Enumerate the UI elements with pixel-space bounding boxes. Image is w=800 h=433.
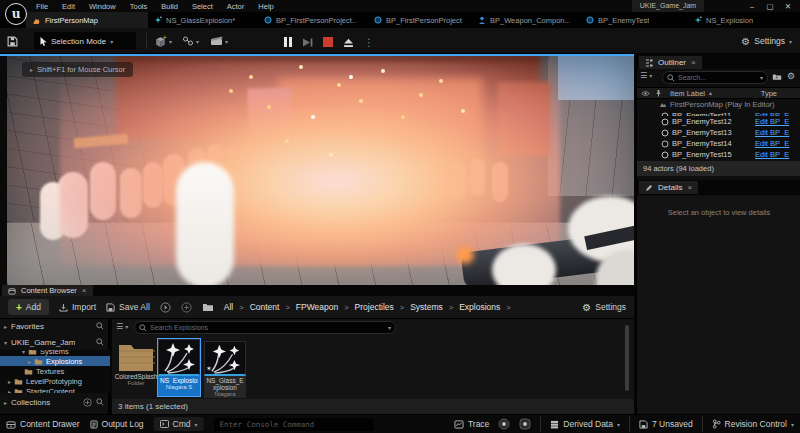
tab-bp-enemytest[interactable]: BP_EnemyTest xyxy=(580,12,684,28)
unreal-logo-icon[interactable]: u xyxy=(5,3,27,25)
menu-help[interactable]: Help xyxy=(258,2,273,11)
outliner-row[interactable]: BP_EnemyTest13 Edit BP_E xyxy=(637,127,800,138)
cinematics-button[interactable]: ▾ xyxy=(210,32,228,50)
new-folder-icon[interactable]: + xyxy=(772,72,782,81)
breadcrumb-projectiles[interactable]: Projectiles xyxy=(355,302,394,312)
edit-blueprint-link[interactable]: Edit BP_E xyxy=(755,139,800,148)
revision-control-button[interactable]: Revision Control ▾ xyxy=(712,419,794,429)
tab-ns-glassexplosion[interactable]: NS_GlassExplosion* xyxy=(148,12,254,28)
save-button[interactable] xyxy=(7,32,18,50)
stop-button[interactable] xyxy=(323,37,333,47)
search-icon[interactable] xyxy=(96,322,104,330)
content-drawer-button[interactable]: Content Drawer xyxy=(6,419,80,429)
close-icon[interactable]: × xyxy=(687,183,692,192)
tree-item-levelprototyping[interactable]: ▸ LevelPrototyping xyxy=(0,376,110,386)
add-button[interactable]: + Add xyxy=(8,299,49,315)
console-command-input[interactable] xyxy=(214,418,374,431)
menu-tools[interactable]: Tools xyxy=(130,2,148,11)
viewport[interactable]: ▸ Shift+F1 for Mouse Cursor xyxy=(0,54,634,285)
tree-item-textures[interactable]: Textures xyxy=(0,366,110,376)
outliner-row[interactable]: BP_EnemyTest14 Edit BP_E xyxy=(637,138,800,149)
outliner-row[interactable]: BP_EnemyTest12 Edit BP_E xyxy=(637,116,800,127)
editor-mode-select[interactable]: Selection Mode ▾ xyxy=(34,32,136,50)
edit-blueprint-link[interactable]: Edit BP_E xyxy=(755,111,800,116)
derived-data-button[interactable]: Derived Data ▾ xyxy=(550,419,620,429)
outliner-filter-button[interactable]: ☰ ▾ xyxy=(640,71,652,80)
tree-item-explosions[interactable]: ▸ Explosions xyxy=(0,356,110,366)
breadcrumb-content[interactable]: Content xyxy=(250,302,280,312)
eject-button[interactable] xyxy=(343,37,354,48)
unsaved-button[interactable]: 7 Unsaved xyxy=(639,419,693,429)
project-section[interactable]: ▾ UKIE_Game_Jam xyxy=(0,335,108,349)
outliner-group-row[interactable]: FirstPersonMap (Play In Editor) xyxy=(637,99,800,110)
output-log-button[interactable]: Output Log xyxy=(90,419,144,429)
menu-build[interactable]: Build xyxy=(161,2,178,11)
close-icon[interactable]: × xyxy=(82,286,87,295)
sort-column-item-label[interactable]: Item Label xyxy=(670,89,705,98)
asset-tile-ns-explosion[interactable]: NS_Explosion Niagara S xyxy=(158,339,200,396)
type-column[interactable]: Type xyxy=(761,89,777,98)
nav-back-icon[interactable] xyxy=(160,302,171,313)
outliner-search-input[interactable] xyxy=(678,74,757,81)
scrollbar[interactable] xyxy=(625,325,629,391)
menu-file[interactable]: File xyxy=(36,2,48,11)
tab-firstpersonmap[interactable]: FirstPersonMap xyxy=(26,12,148,28)
outliner-row[interactable]: BP_EnemyTest15 Edit BP_E xyxy=(637,149,800,160)
add-collection-icon[interactable] xyxy=(83,398,92,407)
breadcrumb-all[interactable]: All xyxy=(224,302,233,312)
import-button[interactable]: Import xyxy=(59,302,96,312)
asset-search-input[interactable] xyxy=(150,324,385,331)
collections-section[interactable]: ▸ Collections xyxy=(0,395,108,409)
maximize-button[interactable]: ▢ xyxy=(762,2,778,11)
menu-actor[interactable]: Actor xyxy=(227,2,245,11)
outliner-search[interactable]: ▾ xyxy=(662,71,768,84)
breadcrumb-explosions[interactable]: Explosions xyxy=(459,302,500,312)
tab-ns-explosion[interactable]: NS_Explosion xyxy=(688,12,792,28)
search-icon[interactable] xyxy=(96,398,104,406)
explosion-sparks xyxy=(0,54,2,56)
edit-blueprint-link[interactable]: Edit BP_E xyxy=(755,128,800,137)
blueprints-button[interactable]: ▾ xyxy=(182,32,199,50)
tab-outliner[interactable]: Outliner × xyxy=(639,56,702,69)
breadcrumb-systems[interactable]: Systems xyxy=(410,302,443,312)
frame-skip-button[interactable] xyxy=(302,37,313,48)
add-content-button[interactable]: + ▾ xyxy=(154,32,172,50)
save-all-button[interactable]: Save All xyxy=(106,302,150,312)
menu-window[interactable]: Window xyxy=(89,2,116,11)
asset-tile-ns-glass-explosion[interactable]: ✶ NS_Glass_Explosion Niagara xyxy=(204,341,246,398)
visibility-column-icon[interactable] xyxy=(641,90,650,97)
cb-settings-button[interactable]: ⚙ Settings xyxy=(582,302,626,313)
edit-blueprint-link[interactable]: Edit BP_E xyxy=(755,150,800,159)
tab-bp-firstpersonproject-1[interactable]: BP_FirstPersonProject... xyxy=(258,12,362,28)
menu-select[interactable]: Select xyxy=(192,2,213,11)
nav-forward-icon[interactable] xyxy=(181,302,192,313)
pause-button[interactable] xyxy=(284,37,292,47)
asset-search[interactable]: ▾ xyxy=(134,321,396,334)
close-icon[interactable]: × xyxy=(691,58,696,67)
tab-content-browser[interactable]: Content Browser × xyxy=(2,285,93,296)
tab-details[interactable]: Details × xyxy=(639,181,698,194)
pin-column-icon[interactable] xyxy=(655,89,662,97)
trace-button[interactable]: Trace xyxy=(454,419,489,429)
asset-tile-coloredsplash[interactable]: ColoredSplash Folder xyxy=(114,341,158,386)
close-button[interactable]: ✕ xyxy=(780,2,796,11)
outliner-settings-icon[interactable]: ⚙ xyxy=(787,71,795,81)
search-icon[interactable] xyxy=(96,338,104,346)
folder-tree: ▾ Systems ▸ Explosions Textures ▸ LevelP… xyxy=(0,350,110,393)
minimize-button[interactable]: – xyxy=(744,2,760,11)
tree-item-startercontent[interactable]: ▸ StarterContent xyxy=(0,386,110,393)
trace-record-icon[interactable] xyxy=(498,418,510,430)
breadcrumb-fpweapon[interactable]: FPWeapon xyxy=(296,302,338,312)
tab-bp-firstpersonproject-2[interactable]: BP_FirstPersonProject... xyxy=(368,12,468,28)
play-options-menu[interactable]: ⋮ xyxy=(364,37,374,48)
outliner-row-clipped[interactable]: BP_EnemyTest11 Edit BP_E xyxy=(637,110,800,116)
tab-bp-weapon-component[interactable]: BP_Weapon_Compon... xyxy=(472,12,576,28)
gear-icon: ⚙ xyxy=(582,302,591,313)
asset-filter-button[interactable]: ☰ ▾ xyxy=(116,322,128,331)
favorites-section[interactable]: ▸ Favorites xyxy=(0,319,108,333)
cmd-dropdown[interactable]: Cmd ▾ xyxy=(154,417,204,431)
edit-blueprint-link[interactable]: Edit BP_E xyxy=(755,117,800,126)
menu-edit[interactable]: Edit xyxy=(62,2,75,11)
trace-snapshot-icon[interactable] xyxy=(519,418,531,430)
toolbar-settings-button[interactable]: ⚙ Settings ▾ xyxy=(741,32,792,50)
